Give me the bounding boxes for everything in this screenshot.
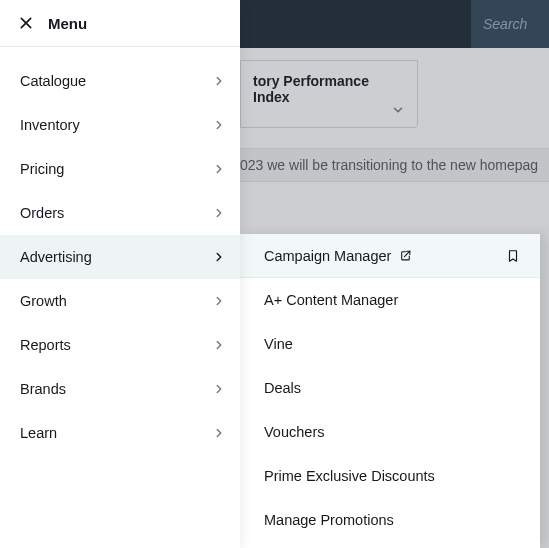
chevron-right-icon [212, 250, 226, 264]
submenu-item-label: Prime Exclusive Discounts [264, 468, 435, 484]
chevron-right-icon [212, 162, 226, 176]
chevron-right-icon [212, 206, 226, 220]
submenu-item-prime-exclusive-discounts[interactable]: Prime Exclusive Discounts [240, 454, 540, 498]
submenu-item-label: Manage Promotions [264, 512, 394, 528]
menu-item-orders[interactable]: Orders [0, 191, 240, 235]
chevron-right-icon [212, 426, 226, 440]
menu-item-label: Growth [20, 293, 67, 309]
menu-header: Menu [0, 0, 240, 47]
submenu-advertising: Campaign Manager A+ Content Manager Vine… [240, 234, 540, 548]
submenu-item-deals[interactable]: Deals [240, 366, 540, 410]
chevron-right-icon [212, 382, 226, 396]
menu-item-label: Orders [20, 205, 64, 221]
submenu-item-label: Deals [264, 380, 301, 396]
menu-item-growth[interactable]: Growth [0, 279, 240, 323]
menu-item-label: Reports [20, 337, 71, 353]
chevron-right-icon [212, 74, 226, 88]
external-link-icon [399, 249, 412, 262]
menu-item-inventory[interactable]: Inventory [0, 103, 240, 147]
submenu-item-label: A+ Content Manager [264, 292, 398, 308]
menu-item-label: Advertising [20, 249, 92, 265]
menu-title: Menu [48, 15, 87, 32]
close-icon[interactable] [18, 15, 34, 31]
submenu-item-label: Vouchers [264, 424, 324, 440]
submenu-item-aplus-content-manager[interactable]: A+ Content Manager [240, 278, 540, 322]
submenu-item-label: Vine [264, 336, 293, 352]
bookmark-icon[interactable] [506, 249, 520, 263]
chevron-right-icon [212, 118, 226, 132]
menu-item-label: Inventory [20, 117, 80, 133]
menu-item-brands[interactable]: Brands [0, 367, 240, 411]
submenu-item-campaign-manager[interactable]: Campaign Manager [240, 234, 540, 278]
submenu-item-vouchers[interactable]: Vouchers [240, 410, 540, 454]
submenu-item-vine[interactable]: Vine [240, 322, 540, 366]
menu-item-pricing[interactable]: Pricing [0, 147, 240, 191]
submenu-item-manage-promotions[interactable]: Manage Promotions [240, 498, 540, 542]
menu-item-label: Catalogue [20, 73, 86, 89]
menu-item-catalogue[interactable]: Catalogue [0, 59, 240, 103]
chevron-right-icon [212, 338, 226, 352]
sidebar-menu: Menu Catalogue Inventory Pricing Orders [0, 0, 240, 548]
submenu-item-label: Campaign Manager [264, 248, 391, 264]
chevron-right-icon [212, 294, 226, 308]
menu-item-label: Learn [20, 425, 57, 441]
menu-item-reports[interactable]: Reports [0, 323, 240, 367]
menu-item-advertising[interactable]: Advertising [0, 235, 240, 279]
menu-item-learn[interactable]: Learn [0, 411, 240, 455]
menu-item-label: Brands [20, 381, 66, 397]
menu-items: Catalogue Inventory Pricing Orders Adver… [0, 47, 240, 455]
menu-item-label: Pricing [20, 161, 64, 177]
